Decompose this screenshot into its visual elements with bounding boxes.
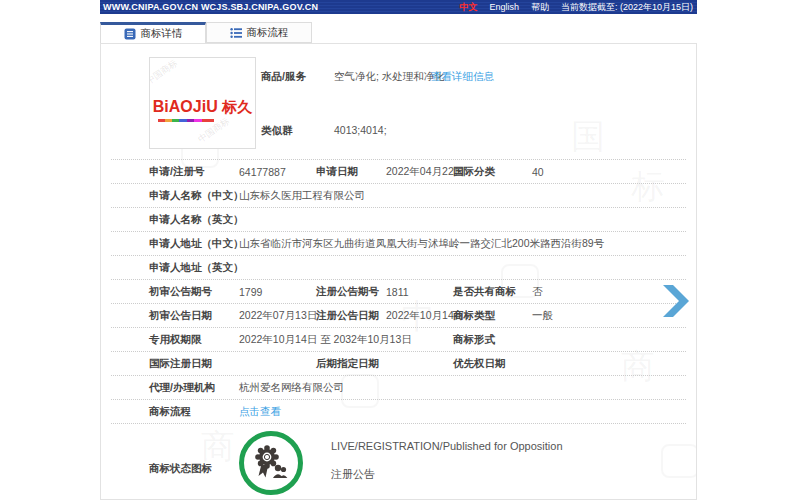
- help-link[interactable]: 帮助: [531, 1, 549, 14]
- exclusive-period-label: 专用权期限: [149, 333, 202, 347]
- field-row-status: 商标状态图标 LIVE/REGISTRATION/Published fo: [111, 424, 686, 500]
- document-icon: [124, 28, 136, 40]
- list-icon: [230, 27, 242, 39]
- logo-cjk-text: 标久: [222, 98, 252, 115]
- mark-type-label: 商标类型: [453, 309, 495, 323]
- chevron-right-icon[interactable]: [662, 285, 690, 317]
- trademark-detail-panel: 中 国 商 标 商 中国商标 中国商标 BiAOJiU 标久 商品/服务 空气净…: [100, 43, 697, 500]
- field-row-gazette-dates: 初审公告日期 2022年07月13日 注册公告日期 2022年10月14日 商标…: [111, 304, 686, 328]
- reg-gazette-no-label: 注册公告期号: [316, 285, 379, 299]
- image-watermark-text: 中国商标: [149, 57, 180, 88]
- tab-bar: 商标详情 商标流程: [100, 22, 312, 43]
- trademark-summary-section: 中国商标 中国商标 BiAOJiU 标久 商品/服务 空气净化; 水处理和净化 …: [111, 44, 686, 160]
- tab-trademark-process[interactable]: 商标流程: [206, 22, 312, 43]
- similar-group-label: 类似群: [261, 124, 293, 138]
- lang-chinese-link[interactable]: 中文: [459, 1, 477, 14]
- agency-label: 代理/办理机构: [149, 381, 215, 395]
- first-gazette-date-value: 2022年07月13日: [239, 309, 317, 323]
- shared-mark-value: 否: [532, 285, 543, 299]
- app-no-label: 申请/注册号: [149, 165, 204, 179]
- later-designation-date-label: 后期指定日期: [316, 357, 379, 371]
- process-view-link[interactable]: 点击查看: [239, 405, 281, 419]
- reg-gazette-no-value: 1811: [386, 286, 409, 298]
- applicant-cn-label: 申请人名称（中文）: [149, 189, 244, 203]
- exclusive-period-value: 2022年10月14日 至 2032年10月13日: [239, 333, 412, 347]
- status-line-chinese: 注册公告: [331, 467, 375, 482]
- app-date-label: 申请日期: [316, 165, 358, 179]
- field-row-exclusive-period: 专用权期限 2022年10月14日 至 2032年10月13日 商标形式: [111, 328, 686, 352]
- intl-reg-date-label: 国际注册日期: [149, 357, 212, 371]
- tab-process-label: 商标流程: [247, 26, 289, 40]
- address-en-label: 申请人地址（英文）: [149, 261, 244, 275]
- similar-group-value: 4013;4014;: [334, 124, 387, 136]
- first-gazette-no-label: 初审公告期号: [149, 285, 212, 299]
- status-line-english: LIVE/REGISTRATION/Published for Oppositi…: [331, 440, 563, 452]
- process-label: 商标流程: [149, 405, 191, 419]
- shared-mark-label: 是否共有商标: [453, 285, 516, 299]
- applicant-cn-value: 山东标久医用工程有限公司: [239, 189, 365, 203]
- field-row-intl-dates: 国际注册日期 后期指定日期 优先权日期: [111, 352, 686, 376]
- address-cn-value: 山东省临沂市河东区九曲街道凤凰大街与沭埠岭一路交汇北200米路西沿街89号: [239, 237, 604, 251]
- app-no-value: 64177887: [239, 166, 286, 178]
- reg-gazette-date-label: 注册公告日期: [316, 309, 379, 323]
- field-row-gazette-numbers: 初审公告期号 1799 注册公告期号 1811 是否共有商标 否: [111, 280, 686, 304]
- status-label: 商标状态图标: [149, 462, 212, 476]
- mark-type-value: 一般: [532, 309, 553, 323]
- field-row-address-en: 申请人地址（英文）: [111, 256, 686, 280]
- field-row-process: 商标流程 点击查看: [111, 400, 686, 424]
- top-bar: WWW.CNIPA.GOV.CN WCJS.SBJ.CNIPA.GOV.CN 中…: [100, 0, 697, 14]
- rosette-award-icon: [251, 443, 291, 483]
- field-row-applicant-cn: 申请人名称（中文） 山东标久医用工程有限公司: [111, 184, 686, 208]
- tab-trademark-detail[interactable]: 商标详情: [100, 22, 206, 43]
- address-cn-label: 申请人地址（中文）: [149, 237, 244, 251]
- field-row-address-cn: 申请人地址（中文） 山东省临沂市河东区九曲街道凤凰大街与沭埠岭一路交汇北200米…: [111, 232, 686, 256]
- goods-detail-link[interactable]: 查看详细信息: [431, 70, 494, 84]
- priority-date-label: 优先权日期: [453, 357, 506, 371]
- intl-class-value: 40: [532, 166, 544, 178]
- field-row-application-number: 申请/注册号 64177887 申请日期 2022年04月22日 国际分类 40: [111, 160, 686, 184]
- trademark-image: 中国商标 中国商标 BiAOJiU 标久: [149, 57, 256, 149]
- agency-value: 杭州爱名网络有限公司: [239, 381, 344, 395]
- field-row-applicant-en: 申请人名称（英文）: [111, 208, 686, 232]
- field-row-agency: 代理/办理机构 杭州爱名网络有限公司: [111, 376, 686, 400]
- applicant-en-label: 申请人名称（英文）: [149, 213, 244, 227]
- registration-status-badge: [239, 431, 303, 495]
- logo-color-strip: [158, 119, 214, 122]
- data-cutoff-label: 当前数据截至: (2022年10月15日): [561, 1, 693, 14]
- lang-english-link[interactable]: English: [489, 2, 519, 12]
- site-urls: WWW.CNIPA.GOV.CN WCJS.SBJ.CNIPA.GOV.CN: [100, 2, 318, 12]
- tab-detail-label: 商标详情: [141, 27, 183, 41]
- intl-class-label: 国际分类: [453, 165, 495, 179]
- goods-value: 空气净化; 水处理和净化: [334, 70, 445, 84]
- goods-label: 商品/服务: [261, 70, 306, 84]
- mark-form-label: 商标形式: [453, 333, 495, 347]
- first-gazette-no-value: 1799: [239, 286, 262, 298]
- first-gazette-date-label: 初审公告日期: [149, 309, 212, 323]
- logo-latin-text: BiAOJiU: [153, 98, 218, 115]
